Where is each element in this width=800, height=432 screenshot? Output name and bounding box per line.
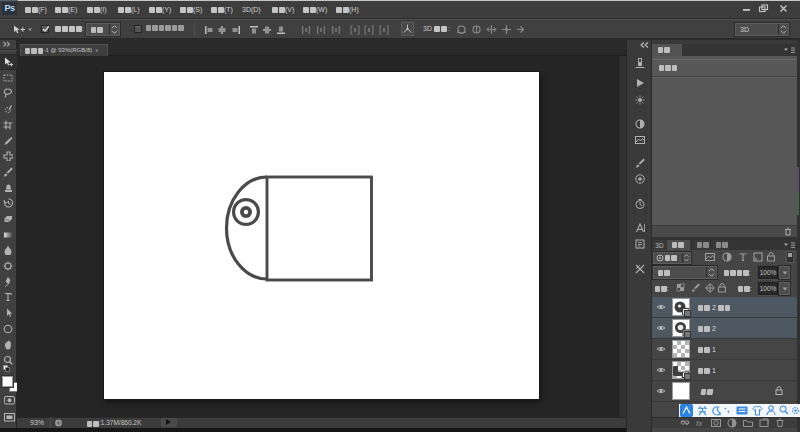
svg-text:fx: fx [696, 419, 703, 428]
